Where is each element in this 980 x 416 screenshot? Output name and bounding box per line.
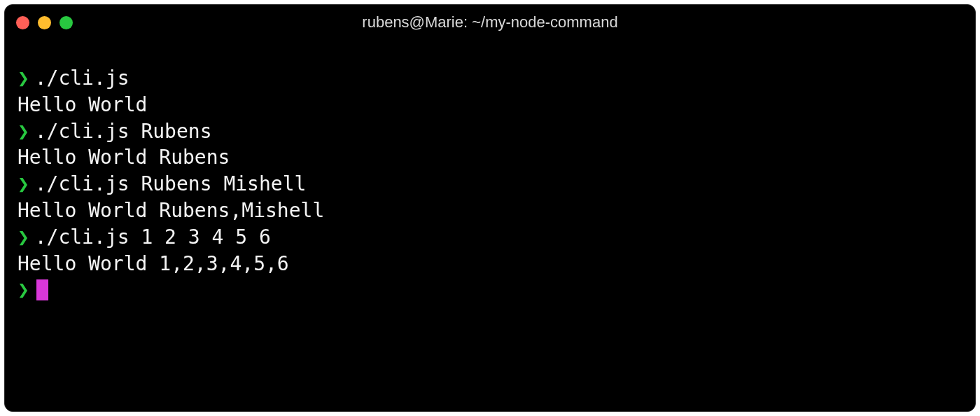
maximize-icon[interactable]	[59, 16, 73, 29]
minimize-icon[interactable]	[38, 16, 51, 29]
command-line: ❯ ./cli.js 1 2 3 4 5 6	[18, 224, 962, 251]
close-icon[interactable]	[16, 16, 29, 29]
prompt-arrow-icon: ❯	[18, 65, 29, 92]
command-text: ./cli.js 1 2 3 4 5 6	[35, 224, 271, 251]
output-line: Hello World Rubens	[18, 144, 962, 171]
output-line: Hello World 1,2,3,4,5,6	[18, 251, 962, 277]
command-line: ❯ ./cli.js Rubens Mishell	[18, 171, 962, 197]
terminal-body[interactable]: ❯ ./cli.js Hello World ❯ ./cli.js Rubens…	[5, 40, 975, 316]
prompt-line[interactable]: ❯	[18, 277, 962, 303]
cursor-icon	[36, 279, 48, 300]
command-text: ./cli.js Rubens Mishell	[35, 171, 307, 197]
command-line: ❯ ./cli.js Rubens	[18, 118, 962, 145]
prompt-arrow-icon: ❯	[18, 224, 29, 251]
output-line: Hello World	[18, 92, 962, 118]
output-line: Hello World Rubens,Mishell	[18, 197, 962, 224]
output-text: Hello World Rubens,Mishell	[18, 197, 324, 224]
output-text: Hello World	[18, 92, 147, 118]
output-text: Hello World 1,2,3,4,5,6	[18, 251, 289, 277]
output-text: Hello World Rubens	[18, 144, 230, 171]
prompt-arrow-icon: ❯	[18, 118, 29, 145]
command-line: ❯ ./cli.js	[18, 65, 962, 92]
command-text: ./cli.js	[35, 65, 130, 92]
prompt-arrow-icon: ❯	[18, 171, 29, 197]
terminal-window: rubens@Marie: ~/my-node-command ❯ ./cli.…	[4, 4, 976, 412]
prompt-arrow-icon: ❯	[18, 277, 29, 303]
window-title: rubens@Marie: ~/my-node-command	[5, 13, 975, 32]
traffic-lights	[16, 16, 73, 29]
title-bar: rubens@Marie: ~/my-node-command	[5, 5, 975, 40]
command-text: ./cli.js Rubens	[35, 118, 212, 145]
